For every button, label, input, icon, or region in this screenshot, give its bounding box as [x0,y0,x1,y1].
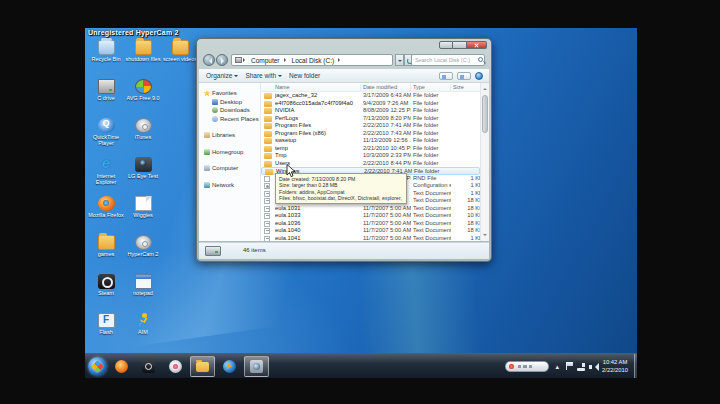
file-row-eula-1033[interactable]: eula.103311/7/2007 5:00 AMText Document1… [261,212,480,220]
taskbar-button-itunes[interactable] [163,356,188,377]
new-folder-button[interactable]: New folder [289,72,320,79]
network-icon[interactable] [577,363,585,371]
tooltip-line: Date created: 7/13/2009 8:20 PM [279,176,403,183]
search-input[interactable]: Search Local Disk (C:) [411,54,485,66]
column-header-type[interactable]: Type [411,84,451,92]
sidebar-item-libraries[interactable]: Libraries [199,131,260,140]
column-header-name[interactable]: Name [273,84,361,92]
desktop-icon-notepad[interactable]: notepad [125,274,161,296]
back-button[interactable] [203,54,215,66]
file-row-eula-1031[interactable]: eula.103111/7/2007 5:00 AMText Document1… [261,205,480,213]
desktop-icon-steam[interactable]: Steam [88,274,124,296]
close-button[interactable] [467,41,487,49]
show-desktop-button[interactable] [634,354,637,378]
sidebar-item-homegroup[interactable]: Homegroup [199,148,260,157]
desktop-icon-quicktime-player[interactable]: QQuickTime Player [88,118,124,146]
desktop-icon-label: AVG Free 9.0 [125,95,161,101]
desktop-icon-recycle-bin[interactable]: Recycle Bin [88,40,124,62]
text-icon [264,213,270,219]
config-icon [264,183,270,189]
desktop-icon-lg-eye-test[interactable]: LG Eye Test [125,157,161,179]
desktop-icon-internet-explorer[interactable]: eInternet Explorer [88,157,124,185]
hidden-icons-button[interactable]: ▴ [555,362,559,371]
navigation-pane: FavoritesDesktopDownloadsRecent PlacesLi… [199,83,261,241]
breadcrumb-computer[interactable]: Computer [248,57,283,64]
file-row-swsetup[interactable]: swsetup11/13/2009 12:56 ...File folder [261,137,480,145]
taskbar-clock[interactable]: 10:42 AM 2/22/2010 [598,358,632,374]
vertical-scrollbar[interactable] [480,83,489,241]
desktop-icon-c-drive[interactable]: C drive [88,79,124,101]
steam-icon [142,360,155,373]
homegroup-icon [204,149,210,155]
taskbar-button-firefox[interactable] [109,356,134,377]
maximize-button[interactable] [453,41,467,49]
pause-icon[interactable] [518,365,522,369]
file-row-temp[interactable]: temp2/21/2010 10:45 PMFile folder [261,145,480,153]
scroll-up-icon[interactable] [483,86,487,90]
file-row-eula-1040[interactable]: eula.104011/7/2007 5:00 AMText Document1… [261,227,480,235]
forward-button[interactable] [216,54,228,66]
scrollbar-thumb[interactable] [482,95,488,133]
file-row-nvidia[interactable]: NVIDIA8/08/2009 12:25 PMFile folder [261,107,480,115]
desktop-icon-screen-videos[interactable]: screen videos [162,40,198,62]
record-icon[interactable] [509,364,514,369]
desktop-icon-label: screen videos [162,56,198,62]
file-row-perflogs[interactable]: PerfLogs7/13/2009 8:20 PMFile folder [261,115,480,123]
breadcrumb-local-disk-c[interactable]: Local Disk (C:) [289,57,338,64]
taskbar-button-media-player[interactable] [217,356,242,377]
taskbar-buttons [107,356,269,377]
volume-icon[interactable] [589,363,597,371]
desktop-icon-itunes[interactable]: iTunes [125,118,161,140]
organize-button[interactable]: Organize [206,72,238,79]
desktop-icon-aim[interactable]: AIM [125,313,161,335]
sidebar-item-desktop[interactable]: Desktop [199,98,260,107]
sidebar-item-favorites[interactable]: Favorites [199,89,260,98]
views-button[interactable] [439,72,453,80]
action-center-icon[interactable] [566,362,573,370]
column-header-date-modified[interactable]: Date modified [361,84,411,92]
desktop-icon-mozilla-firefox[interactable]: Mozilla Firefox [88,196,124,218]
desktop-icon-shutdown-files[interactable]: shutdown files [125,40,161,62]
desktop-icon-label: QuickTime Player [88,134,124,146]
taskbar-button-explorer[interactable] [190,356,215,377]
start-button[interactable] [88,357,107,376]
desktop-icon-label: LG Eye Test [125,173,161,179]
scroll-down-icon[interactable] [483,234,487,238]
taskbar-button-hypercam[interactable] [244,356,269,377]
hypercam-recorder-control[interactable] [505,361,549,372]
desktop-icon-hypercam-2[interactable]: HyperCam 2 [125,235,161,257]
preview-pane-button[interactable] [457,72,471,80]
desktop-icon-flash[interactable]: FFlash [88,313,124,335]
breadcrumb-separator-icon [284,58,288,62]
settings-icon[interactable] [529,365,533,369]
taskbar-button-steam[interactable] [136,356,161,377]
file-row-eula-1041[interactable]: eula.104111/7/2007 5:00 AMText Document1… [261,235,480,242]
sidebar-item-downloads[interactable]: Downloads [199,106,260,115]
address-dropdown-button[interactable] [395,54,404,66]
desktop-icon [212,99,218,105]
desktop-icon-wiggles[interactable]: Wiggles [125,196,161,218]
file-list: Name Date modified Type Size jagex_cache… [261,83,480,241]
screen: Unregistered HyperCam 2 Recycle Binshutd… [0,0,720,404]
breadcrumb[interactable]: Computer Local Disk (C:) [231,54,393,66]
sidebar-item-network[interactable]: Network [199,181,260,190]
sidebar-item-recent-places[interactable]: Recent Places [199,115,260,124]
tooltip-line: Folders: addins, AppCompat [279,189,403,196]
share-with-button[interactable]: Share with [245,72,282,79]
desktop-icon-games[interactable]: games [88,235,124,257]
sidebar-item-computer[interactable]: Computer [199,164,260,173]
desktop-icon-avg-free-9-0[interactable]: AVG Free 9.0 [125,79,161,101]
file-row-e4f7086cc015ada7c4f709f4a0[interactable]: e4f7086cc015ada7c4f709f4a09/4/2009 7:26 … [261,100,480,108]
file-row-program-files-x86[interactable]: Program Files (x86)2/22/2010 7:43 AMFile… [261,130,480,138]
file-row-eula-1036[interactable]: eula.103611/7/2007 5:00 AMText Document1… [261,220,480,228]
explorer-window[interactable]: Computer Local Disk (C:) Search Local Di… [196,38,492,262]
file-row-program-files[interactable]: Program Files2/22/2010 7:41 AMFile folde… [261,122,480,130]
file-row-tmp[interactable]: Tmp10/3/2009 2:33 PMFile folder [261,152,480,160]
stop-icon[interactable] [523,365,527,369]
file-row-jagex-cache-32[interactable]: jagex_cache_323/17/2009 6:43 AMFile fold… [261,92,480,100]
minimize-button[interactable] [439,41,453,49]
desktop[interactable]: Unregistered HyperCam 2 Recycle Binshutd… [85,28,637,378]
help-icon[interactable] [475,72,483,80]
computer-icon [204,165,210,171]
column-header-size[interactable]: Size [451,84,480,92]
